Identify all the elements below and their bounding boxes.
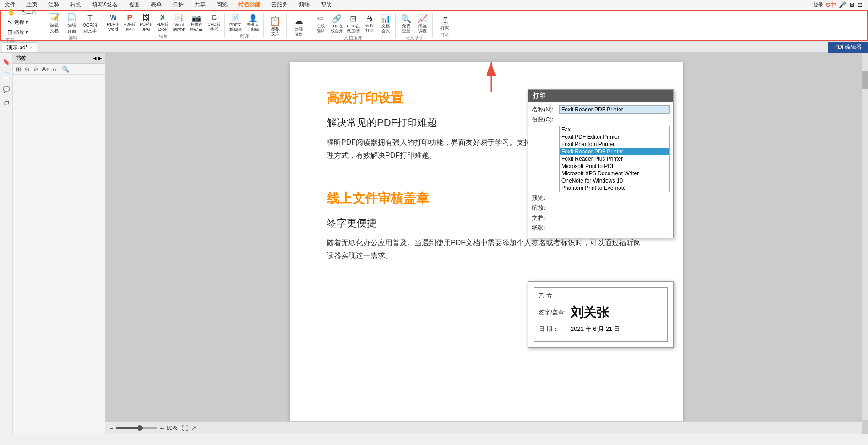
- tab-close-button[interactable]: ×: [30, 45, 32, 50]
- print-label: 打宽: [440, 32, 449, 38]
- zoom-icon: ⊡: [7, 28, 13, 36]
- menu-protect[interactable]: 保护: [170, 0, 186, 10]
- tools-group: ✋ 手型工具 ↖ 选择 ▾ ⊡ 缩放 ▾ 工具: [4, 13, 42, 38]
- edit-label: 编辑: [68, 35, 77, 41]
- zoom-slider[interactable]: [116, 427, 157, 429]
- sidebar-expand-button[interactable]: ◀: [93, 55, 96, 61]
- sidebar-tool-bookmark-remove[interactable]: ⊖: [32, 65, 40, 73]
- menu-annotate[interactable]: 注释: [46, 0, 62, 10]
- pdf-to-jpg-button[interactable]: 🖼 PDF转JPG: [138, 13, 154, 33]
- pro-translate-button[interactable]: 👤 专业人工翻译: [245, 13, 261, 33]
- edit-page-button[interactable]: 📄 编辑页面: [64, 13, 80, 35]
- pdf-to-word-button[interactable]: W PDF转Word: [105, 13, 121, 33]
- plagiarism-check-button[interactable]: 🔍 免费查重: [398, 13, 414, 35]
- cloud-icon: ☁: [294, 16, 303, 26]
- comment-panel-button[interactable]: 💬: [1, 84, 11, 94]
- cloud-group: ☁ 云端备份: [288, 13, 310, 38]
- sidebar-tool-grid[interactable]: ⊞: [15, 65, 22, 73]
- signature-row: 签字/盖章: 刘关张: [539, 304, 663, 321]
- ocr-button[interactable]: T OCR识别文本: [81, 13, 99, 35]
- pro-translate-icon: 👤: [249, 14, 258, 22]
- tab-label: 演示.pdf: [7, 44, 27, 52]
- sidebar-tool-search[interactable]: 🔍: [60, 65, 70, 73]
- menu-help[interactable]: 帮助: [318, 0, 334, 10]
- remote-print-button[interactable]: 🖨 远程打印: [362, 13, 377, 34]
- menu-special[interactable]: 特色功能: [236, 0, 263, 10]
- login-button[interactable]: 登录: [813, 1, 823, 8]
- translate-doc-icon: 📄: [231, 14, 240, 22]
- pdf-translate-button[interactable]: 📄 PDF文档翻译: [228, 13, 244, 33]
- printer-foxit-reader[interactable]: Foxit Reader PDF Printer: [560, 148, 669, 155]
- hand-tool-button[interactable]: ✋ 手型工具: [5, 7, 38, 16]
- printer-ms-xps[interactable]: Microsoft XPS Document Writer: [560, 170, 669, 177]
- pdf-to-excel-button[interactable]: X PDF转Excel: [154, 13, 170, 33]
- edit-doc-button[interactable]: 📝 编辑文档: [46, 13, 63, 35]
- sogou-icon[interactable]: S中: [826, 1, 836, 9]
- mic-icon[interactable]: 🎤: [839, 1, 846, 8]
- menu-browse[interactable]: 阅览: [214, 0, 230, 10]
- tag-panel-button[interactable]: 🏷: [1, 98, 11, 108]
- reading-survey-button[interactable]: 📈 阅览调查: [415, 13, 430, 35]
- grid-icon[interactable]: ⊞: [857, 1, 863, 8]
- zoom-thumb[interactable]: [137, 425, 143, 431]
- scroll-thumb[interactable]: [862, 71, 868, 89]
- meeting-icon: 📊: [381, 14, 391, 24]
- online-edit-button[interactable]: ✏ 在线编辑: [313, 13, 328, 35]
- menu-view[interactable]: 视图: [126, 0, 143, 10]
- menu-share[interactable]: 共享: [192, 0, 208, 10]
- printer-foxit-phantom[interactable]: Foxit Phantom Printer: [560, 141, 669, 148]
- printer-list: Fax Foxit PDF Editor Printer Foxit Phant…: [559, 126, 670, 192]
- menu-sign[interactable]: 填写&签名: [90, 0, 121, 10]
- pdf-merge-button[interactable]: 🔗 PDF在线合并: [329, 13, 345, 35]
- print-name-input[interactable]: [559, 105, 670, 114]
- cad-converter-button[interactable]: C CAD转换器: [206, 13, 222, 33]
- word-to-pdf-button[interactable]: 📑 Word转PDF: [171, 13, 187, 33]
- template-library-button[interactable]: 📋 模板文库: [267, 15, 284, 37]
- sidebar-collapse-button[interactable]: ▶: [98, 55, 102, 61]
- menu-cloud[interactable]: 云服务: [269, 0, 291, 10]
- menu-form[interactable]: 表单: [148, 0, 164, 10]
- printer-onenote[interactable]: OneNote for Windows 10: [560, 177, 669, 184]
- date-row: 日 期： 2021 年 6 月 21 日: [539, 325, 663, 333]
- zoom-in-button[interactable]: +: [160, 424, 164, 432]
- ocr-icon: T: [88, 14, 93, 22]
- bottom-bar: − + 80% ⛶ ⤢: [105, 421, 862, 434]
- scroll-bar[interactable]: [862, 53, 868, 420]
- expand-button-2[interactable]: ⤢: [191, 424, 196, 432]
- print-button[interactable]: 🖨 打宽: [436, 15, 453, 32]
- screen-icon[interactable]: 🖥: [849, 1, 855, 8]
- paper-label: 论文助手: [405, 35, 423, 41]
- bookmark-panel-button[interactable]: 🔖: [1, 57, 11, 67]
- sidebar-tool-bookmark-add[interactable]: ⊕: [23, 65, 31, 73]
- expand-button[interactable]: ⛶: [182, 424, 188, 432]
- zoom-tool-button[interactable]: ⊡ 缩放 ▾: [5, 27, 30, 37]
- sidebar-tool-font-decrease[interactable]: A-: [52, 66, 59, 73]
- printer-ms-pdf[interactable]: Microsoft Print to PDF: [560, 162, 669, 170]
- merge-icon: 🔗: [332, 14, 342, 24]
- pdf-excel-icon: X: [160, 14, 165, 22]
- printer-evernote[interactable]: Phantom Print to Evernote: [560, 184, 669, 192]
- printer-foxit-editor[interactable]: Foxit PDF Editor Printer: [560, 133, 669, 141]
- menu-convert[interactable]: 转换: [68, 0, 84, 10]
- page-panel-button[interactable]: 📄: [1, 70, 11, 80]
- print-copies-label: 份数(C):: [532, 115, 559, 124]
- cad-icon: C: [212, 14, 217, 22]
- doc-meeting-button[interactable]: 📊 文档会议: [378, 13, 393, 35]
- cloud-backup-button[interactable]: ☁ 云端备份: [291, 15, 307, 37]
- pdf-word-icon: W: [110, 14, 116, 22]
- page-content: 高级打印设置 解决常见的PDF打印难题 福昕PDF阅读器拥有强大的打印功能，界面…: [290, 62, 683, 427]
- menu-freq[interactable]: 频端: [296, 0, 312, 10]
- ribbon-content: ✋ 手型工具 ↖ 选择 ▾ ⊡ 缩放 ▾ 工具 📝 编辑文档 📄: [0, 10, 868, 41]
- date-label: 日 期：: [539, 325, 571, 333]
- ribbon: ✋ 手型工具 ↖ 选择 ▾ ⊡ 缩放 ▾ 工具 📝 编辑文档 📄: [0, 10, 868, 42]
- pdf-to-ppt-button[interactable]: P PDF转PPT: [122, 13, 138, 33]
- scan-to-word-button[interactable]: 📷 扫描件转Word: [188, 13, 205, 33]
- printer-fax[interactable]: Fax: [560, 126, 669, 133]
- zoom-out-button[interactable]: −: [110, 424, 113, 432]
- pdf-editor-button[interactable]: PDF编辑器: [828, 42, 868, 53]
- printer-foxit-plus[interactable]: Foxit Reader Plus Printer: [560, 155, 669, 162]
- sidebar-tool-font-increase[interactable]: A+: [41, 66, 51, 73]
- print-icon: 🖨: [440, 16, 449, 26]
- pdf-compress-button[interactable]: ⊟ PDF在线压缩: [345, 13, 361, 35]
- select-tool-button[interactable]: ↖ 选择 ▾: [5, 17, 30, 26]
